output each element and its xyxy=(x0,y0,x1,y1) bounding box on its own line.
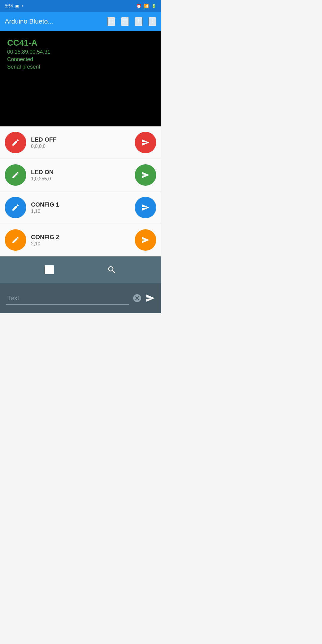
more-button[interactable] xyxy=(148,17,156,26)
cmd-value-led-on: 1,0,255,0 xyxy=(31,176,130,182)
app-bar: Arduino Blueto... xyxy=(0,12,161,31)
notification-icon: ▣ xyxy=(15,4,19,8)
send-text-button[interactable] xyxy=(145,293,155,303)
edit-button-led-off[interactable] xyxy=(5,132,26,153)
edit-button-config-2[interactable] xyxy=(5,229,26,251)
cmd-title-config-2: CONFIG 2 xyxy=(31,234,130,241)
device-address: 00:15:89:00:54:31 xyxy=(7,49,154,55)
status-bar-left: 8:54 ▣ • xyxy=(5,4,23,8)
send-button-led-on[interactable] xyxy=(135,164,156,186)
text-input-bar xyxy=(0,283,161,313)
bottom-action-bar xyxy=(0,256,161,283)
add-button[interactable] xyxy=(135,17,143,26)
cmd-info-config-2: CONFIG 2 2,10 xyxy=(31,234,130,247)
stop-button[interactable] xyxy=(45,265,54,274)
command-item-config-1: CONFIG 1 1,10 xyxy=(0,191,161,224)
cmd-value-config-2: 2,10 xyxy=(31,241,130,247)
command-item-led-off: LED OFF 0,0,0,0 xyxy=(0,126,161,159)
device-panel: CC41-A 00:15:89:00:54:31 Connected Seria… xyxy=(0,31,161,126)
status-bar: 8:54 ▣ • ⏰ 📶 🔋 xyxy=(0,0,161,12)
cmd-title-config-1: CONFIG 1 xyxy=(31,201,130,208)
send-button-led-off[interactable] xyxy=(135,132,156,153)
send-button-config-2[interactable] xyxy=(135,229,156,251)
device-name: CC41-A xyxy=(7,38,154,48)
status-bar-right: ⏰ 📶 🔋 xyxy=(136,4,156,8)
alarm-icon: ⏰ xyxy=(136,4,141,8)
search-button[interactable] xyxy=(107,265,117,275)
text-input[interactable] xyxy=(6,292,129,305)
command-item-led-on: LED ON 1,0,255,0 xyxy=(0,159,161,191)
send-button-config-1[interactable] xyxy=(135,197,156,218)
serial-status: Serial present xyxy=(7,64,154,70)
cmd-info-config-1: CONFIG 1 1,10 xyxy=(31,201,130,214)
stop-icon xyxy=(45,265,54,274)
edit-button-config-1[interactable] xyxy=(5,197,26,218)
cmd-title-led-on: LED ON xyxy=(31,169,130,176)
dot-indicator: • xyxy=(21,4,23,8)
cmd-value-config-1: 1,10 xyxy=(31,209,130,214)
time-display: 8:54 xyxy=(5,4,13,8)
filter-button[interactable] xyxy=(121,17,129,26)
fullscreen-button[interactable] xyxy=(107,17,115,26)
clear-button[interactable] xyxy=(132,293,142,303)
cmd-info-led-on: LED ON 1,0,255,0 xyxy=(31,169,130,182)
cmd-info-led-off: LED OFF 0,0,0,0 xyxy=(31,136,130,149)
signal-icon: 📶 xyxy=(144,4,149,8)
app-bar-icons xyxy=(107,17,156,26)
connection-status: Connected xyxy=(7,56,154,63)
edit-button-led-on[interactable] xyxy=(5,164,26,186)
command-item-config-2: CONFIG 2 2,10 xyxy=(0,224,161,256)
battery-icon: 🔋 xyxy=(151,4,156,8)
app-title: Arduino Blueto... xyxy=(5,18,103,25)
command-list: LED OFF 0,0,0,0 LED ON 1,0,255,0 xyxy=(0,126,161,256)
cmd-title-led-off: LED OFF xyxy=(31,136,130,143)
cmd-value-led-off: 0,0,0,0 xyxy=(31,144,130,149)
